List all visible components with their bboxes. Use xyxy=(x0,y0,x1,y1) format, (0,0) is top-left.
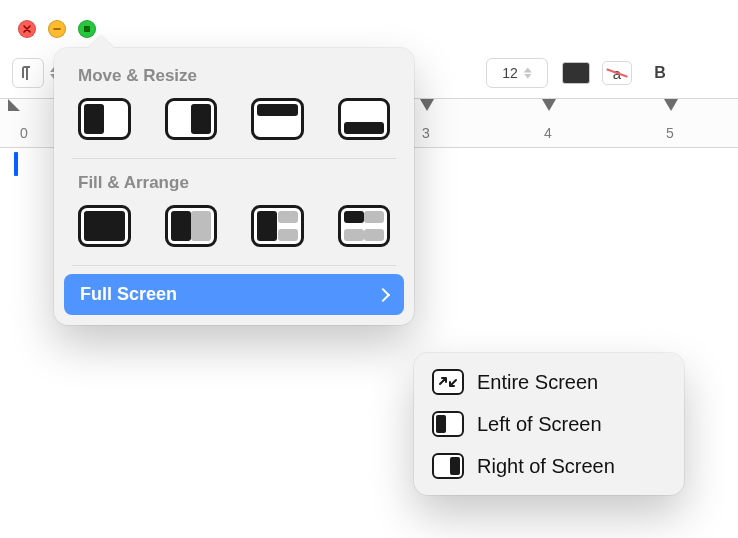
ruler-mark: 5 xyxy=(666,125,674,141)
tab-marker[interactable] xyxy=(542,99,556,111)
arrange-left-quarters-button[interactable] xyxy=(251,205,304,247)
arrange-quarters-button[interactable] xyxy=(338,205,391,247)
move-left-half-button[interactable] xyxy=(78,98,131,140)
window-tiling-popover: Move & Resize Fill & Arrange Full Screen xyxy=(54,48,414,325)
full-screen-submenu: Entire Screen Left of Screen Right of Sc… xyxy=(414,353,684,495)
separator xyxy=(72,158,396,159)
font-size-stepper-icon[interactable] xyxy=(524,68,532,79)
right-of-screen-label: Right of Screen xyxy=(477,455,615,478)
bold-button[interactable]: B xyxy=(648,62,672,84)
move-top-half-button[interactable] xyxy=(251,98,304,140)
font-size-field[interactable]: 12 xyxy=(486,58,548,88)
text-caret xyxy=(14,152,18,176)
move-right-half-button[interactable] xyxy=(165,98,218,140)
move-resize-row xyxy=(58,94,410,156)
window-controls xyxy=(18,20,96,38)
left-of-screen-icon xyxy=(432,411,464,437)
font-size-value: 12 xyxy=(502,65,518,81)
full-screen-label: Full Screen xyxy=(80,284,177,305)
left-of-screen-item[interactable]: Left of Screen xyxy=(422,403,676,445)
chevron-right-icon xyxy=(376,287,390,301)
paragraph-style-dropdown[interactable] xyxy=(12,58,44,88)
section-title-move: Move & Resize xyxy=(58,60,410,94)
tab-marker[interactable] xyxy=(420,99,434,111)
entire-screen-label: Entire Screen xyxy=(477,371,598,394)
left-of-screen-label: Left of Screen xyxy=(477,413,602,436)
text-color-swatch[interactable] xyxy=(562,62,590,84)
full-screen-menu-item[interactable]: Full Screen xyxy=(64,274,404,315)
ruler-mark: 4 xyxy=(544,125,552,141)
entire-screen-icon xyxy=(432,369,464,395)
right-of-screen-item[interactable]: Right of Screen xyxy=(422,445,676,487)
separator xyxy=(72,265,396,266)
close-button[interactable] xyxy=(18,20,36,38)
entire-screen-item[interactable]: Entire Screen xyxy=(422,361,676,403)
fill-full-button[interactable] xyxy=(78,205,131,247)
text-color-reset[interactable]: a xyxy=(602,61,632,85)
fill-arrange-row xyxy=(58,201,410,263)
right-of-screen-icon xyxy=(432,453,464,479)
minimize-button[interactable] xyxy=(48,20,66,38)
section-title-fill: Fill & Arrange xyxy=(58,167,410,201)
move-bottom-half-button[interactable] xyxy=(338,98,391,140)
arrange-left-right-button[interactable] xyxy=(165,205,218,247)
ruler-mark: 0 xyxy=(20,125,28,141)
zoom-button[interactable] xyxy=(78,20,96,38)
indent-marker-left[interactable] xyxy=(8,99,20,111)
ruler-mark: 3 xyxy=(422,125,430,141)
tab-marker[interactable] xyxy=(664,99,678,111)
